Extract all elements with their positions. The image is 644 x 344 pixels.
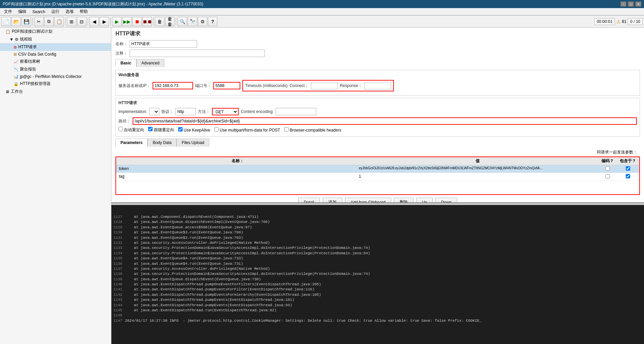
multipart-checkbox[interactable] bbox=[214, 127, 219, 132]
auto-redirect-checkbox[interactable] bbox=[118, 127, 123, 131]
tree-item-auth[interactable]: 🔒 HTTP授权管理器 bbox=[0, 80, 111, 88]
tab-basic[interactable]: Basic bbox=[115, 59, 136, 67]
toolbar-stop-now[interactable]: ⏹⏹ bbox=[142, 17, 152, 26]
path-input[interactable] bbox=[133, 117, 637, 125]
server-ip-input[interactable] bbox=[153, 82, 193, 89]
add-button[interactable]: 添加 bbox=[323, 198, 342, 203]
toolbar-cut[interactable]: ✂ bbox=[34, 17, 44, 26]
delete-button[interactable]: 删除 bbox=[394, 198, 413, 203]
name-input[interactable] bbox=[130, 40, 197, 48]
window-controls[interactable]: － □ ✕ bbox=[620, 1, 641, 7]
request-label-text: 同请求一起发送参数： bbox=[597, 150, 637, 154]
separator-4 bbox=[110, 18, 111, 26]
toolbar-clear-all[interactable]: 🗑🗑 bbox=[165, 17, 175, 26]
keepalive-check-label[interactable]: Use KeepAlive bbox=[178, 127, 210, 133]
tab-files-upload[interactable]: Files Upload bbox=[177, 139, 209, 147]
row1-encode[interactable] bbox=[597, 166, 618, 172]
multipart-label: Use multipart/form-data for POST bbox=[220, 128, 280, 133]
log-line-text: at java.awt.EventQueue.access$500(EventQ… bbox=[125, 225, 252, 229]
tree-item-csv[interactable]: ⊞ CSV Data Set Config bbox=[0, 51, 111, 58]
add-from-clipboard-button[interactable]: Add from Clipboard bbox=[345, 198, 391, 203]
tab-advanced[interactable]: Advanced bbox=[136, 59, 164, 67]
log-line-num: 1144 bbox=[113, 303, 122, 307]
tree-label-threadgroup: 线程组 bbox=[20, 36, 32, 42]
row2-encode[interactable] bbox=[597, 174, 618, 180]
toolbar-run[interactable]: ▶ bbox=[112, 17, 122, 26]
toolbar-clear[interactable]: 🗑 bbox=[155, 17, 164, 26]
minimize-button[interactable]: － bbox=[620, 1, 626, 7]
table-row: tag 1 bbox=[116, 173, 639, 181]
log-line-text: at java.awt.EventDispatchThread.pumpEven… bbox=[125, 287, 314, 291]
menu-search[interactable]: Search bbox=[30, 9, 48, 15]
connect-input[interactable] bbox=[311, 82, 338, 89]
tree-item-results[interactable]: 📈 察看结果树 bbox=[0, 58, 111, 65]
toolbar-search[interactable]: 🔍 bbox=[178, 17, 187, 26]
menu-help[interactable]: 帮助 bbox=[77, 8, 90, 15]
log-line-num: 1141 bbox=[113, 287, 122, 291]
toolbar-settings[interactable]: ⚙ bbox=[198, 17, 207, 26]
toolbar-collapse[interactable]: ⊟ bbox=[77, 17, 86, 26]
auto-redirect-check-label[interactable]: 自动重定向 bbox=[118, 127, 144, 133]
tab-parameters[interactable]: Parameters bbox=[115, 139, 147, 147]
menu-run[interactable]: 运行 bbox=[49, 8, 62, 15]
toolbar-right: 00:00:01 ⚠ 81 0 / 10 bbox=[594, 18, 643, 25]
maximize-button[interactable]: □ bbox=[628, 1, 634, 7]
log-line: 1128 at java.awt.EventQueue.dispatchEven… bbox=[113, 220, 642, 225]
follow-redirect-check-label[interactable]: 跟随重定向 bbox=[148, 127, 174, 133]
log-line: 1141 at java.awt.EventDispatchThread.pum… bbox=[113, 287, 642, 292]
keepalive-checkbox[interactable] bbox=[178, 127, 183, 132]
tree-item-plan[interactable]: 📋 PDF阅读接口测试计划 bbox=[0, 28, 111, 35]
toolbar-open[interactable]: 📂 bbox=[11, 17, 21, 26]
detail-button[interactable]: Detail bbox=[298, 198, 320, 203]
protocol-input[interactable] bbox=[176, 108, 196, 115]
follow-redirect-checkbox[interactable] bbox=[148, 127, 153, 131]
tree-item-threadgroup[interactable]: ▼ ⚙ 线程组 bbox=[0, 35, 111, 43]
http-panel: HTTP请求 名称： 注释： Basic Advanced Web服务器 bbox=[111, 28, 644, 203]
tree-item-workbench[interactable]: 🖥 工作台 bbox=[0, 88, 111, 95]
title-bar: PDF阅读接口测试计划.jmx (D:\apache-jmeter-5.6.3\… bbox=[0, 0, 644, 8]
tree-item-http[interactable]: ⊛ HTTP请求 bbox=[0, 43, 111, 51]
col-include: 包含于？ bbox=[618, 158, 638, 164]
toolbar-paste[interactable]: 📋 bbox=[54, 17, 64, 26]
toolbar-save[interactable]: 💾 bbox=[22, 17, 31, 26]
toolbar-copy[interactable]: ⧉ bbox=[44, 17, 54, 26]
log-line-num: 1127 bbox=[113, 215, 122, 219]
row1-include[interactable] bbox=[618, 166, 638, 172]
menu-edit[interactable]: 编辑 bbox=[16, 8, 29, 15]
menu-options[interactable]: 选项 bbox=[63, 8, 76, 15]
down-button[interactable]: Down bbox=[435, 198, 457, 203]
toolbar-help[interactable]: ? bbox=[208, 17, 217, 26]
toolbar: 📄 📂 💾 ✂ ⧉ 📋 ⊞ ⊟ ◀ ▶ ▶ ▶▶ ⏹ ⏹⏹ 🗑 🗑🗑 🔍 🔭 ⚙… bbox=[0, 16, 644, 28]
comment-input[interactable] bbox=[130, 50, 265, 57]
toolbar-new[interactable]: 📄 bbox=[1, 17, 11, 26]
up-button[interactable]: Up bbox=[416, 198, 433, 203]
timer-display: 00:00:01 bbox=[594, 18, 615, 25]
response-input[interactable] bbox=[364, 82, 391, 89]
response-label: Response： bbox=[340, 83, 362, 89]
impl-select[interactable] bbox=[149, 108, 159, 115]
tab-body-data[interactable]: Body Data bbox=[147, 139, 177, 147]
warning-count: 81 bbox=[622, 19, 626, 24]
log-line: 1145 at java.awt.EventDispatchThread.run… bbox=[113, 308, 642, 313]
log-line: 1138 at java.security.ProtectionDomain$J… bbox=[113, 271, 642, 277]
tree-item-perfmon[interactable]: 📊 jp@gc - PerfMon Metrics Collector bbox=[0, 73, 111, 80]
auth-icon: 🔒 bbox=[14, 82, 19, 86]
log-line-text: at java.awt.EventQueue$3.run(EventQueue.… bbox=[125, 230, 243, 234]
multipart-check-label[interactable]: Use multipart/form-data for POST bbox=[214, 127, 280, 133]
tree-item-agg[interactable]: 📉 聚合报告 bbox=[0, 65, 111, 73]
toolbar-stop[interactable]: ⏹ bbox=[132, 17, 142, 26]
browser-checkbox[interactable] bbox=[284, 127, 289, 132]
encoding-input[interactable] bbox=[276, 108, 316, 115]
port-input[interactable] bbox=[213, 82, 240, 89]
row2-include[interactable] bbox=[618, 174, 638, 180]
browser-check-label[interactable]: Browser-compatible headers bbox=[284, 127, 341, 133]
toolbar-zoom[interactable]: 🔭 bbox=[188, 17, 197, 26]
menu-file[interactable]: 文件 bbox=[1, 8, 15, 15]
toolbar-run-all[interactable]: ▶▶ bbox=[122, 17, 132, 26]
close-button[interactable]: ✕ bbox=[635, 1, 641, 7]
method-select[interactable]: GET POST PUT DELETE bbox=[212, 108, 239, 115]
toolbar-forward[interactable]: ▶ bbox=[100, 17, 109, 26]
toolbar-expand[interactable]: ⊞ bbox=[67, 17, 76, 26]
toolbar-back[interactable]: ◀ bbox=[89, 17, 99, 26]
log-line-num: 1147 bbox=[113, 319, 122, 323]
